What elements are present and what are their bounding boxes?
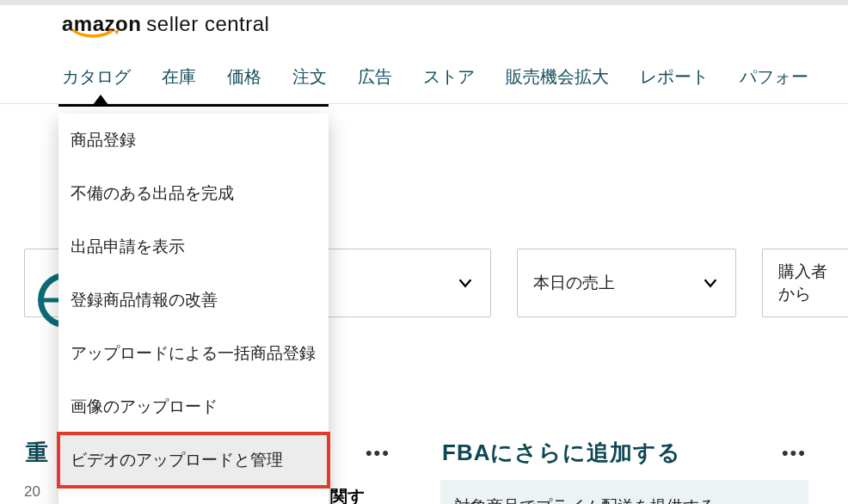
amazon-seller-central-logo: amazon seller central xyxy=(62,12,269,36)
menu-item-video-upload-manage[interactable]: ビデオのアップロードと管理 xyxy=(58,433,329,487)
menu-item-complete-drafts[interactable]: 不備のある出品を完成 xyxy=(58,167,329,220)
buyer-messages-select[interactable]: 購入者から xyxy=(762,249,848,317)
main-nav: カタログ 在庫 価格 注文 広告 ストア 販売機会拡大 レポート パフォー xyxy=(0,43,848,104)
nav-item-inventory[interactable]: 在庫 xyxy=(162,65,196,89)
nav-item-catalog[interactable]: カタログ xyxy=(62,65,131,89)
menu-item-selling-applications[interactable]: 出品申請を表示 xyxy=(58,220,329,274)
amazon-smile-icon xyxy=(64,28,126,39)
nav-item-growth[interactable]: 販売機会拡大 xyxy=(506,65,609,89)
menu-item-improve-listing[interactable]: 登録商品情報の改善 xyxy=(58,274,329,327)
nav-item-pricing[interactable]: 価格 xyxy=(227,65,261,89)
card-fba-menu-button[interactable]: ••• xyxy=(782,442,807,464)
sales-today-label: 本日の売上 xyxy=(533,272,615,294)
chevron-down-icon xyxy=(456,274,475,292)
buyer-messages-label: 購入者から xyxy=(778,261,833,305)
menu-item-product-documents[interactable]: 商品ドキュメントの管理 xyxy=(58,487,329,504)
chevron-down-icon xyxy=(701,274,720,292)
nav-item-reports[interactable]: レポート xyxy=(640,65,709,89)
card-fba-subtitle: 対象商品でプライム配送を提供する xyxy=(440,480,808,504)
nav-item-orders[interactable]: 注文 xyxy=(292,65,327,89)
card-fba: FBAにさらに追加する ••• 対象商品でプライム配送を提供する xyxy=(440,434,808,504)
card-news-headline-peek: 関す xyxy=(330,484,365,504)
menu-item-bulk-upload[interactable]: アップロードによる一括商品登録 xyxy=(58,327,329,380)
nav-item-stores[interactable]: ストア xyxy=(423,65,475,89)
menu-item-add-product[interactable]: 商品登録 xyxy=(58,114,329,167)
logo-bar: amazon seller central xyxy=(0,5,848,43)
card-news-menu-button[interactable]: ••• xyxy=(366,442,390,464)
logo-word-rest: seller central xyxy=(146,12,269,36)
nav-item-performance[interactable]: パフォー xyxy=(740,65,808,89)
menu-item-image-upload[interactable]: 画像のアップロード xyxy=(58,380,329,433)
nav-item-advertising[interactable]: 広告 xyxy=(358,65,392,89)
sales-today-select[interactable]: 本日の売上 xyxy=(517,249,736,317)
card-fba-title: FBAにさらに追加する xyxy=(442,438,681,468)
card-news-title: 重 xyxy=(26,438,49,468)
catalog-dropdown-menu: 商品登録 不備のある出品を完成 出品申請を表示 登録商品情報の改善 アップロード… xyxy=(58,114,329,504)
